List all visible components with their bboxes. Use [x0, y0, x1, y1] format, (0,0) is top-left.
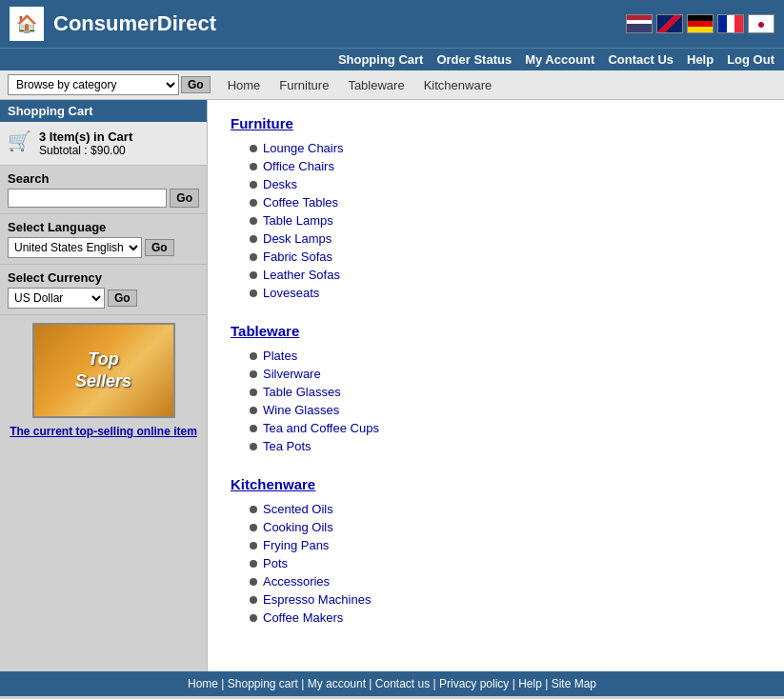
browse-select[interactable]: Browse by categoryFurnitureTablewareKitc…	[8, 74, 179, 95]
header: 🏠 ConsumerDirect ●	[0, 0, 784, 48]
accessories-link[interactable]: Accessories	[263, 574, 330, 589]
list-item: Tea Pots	[250, 439, 761, 453]
bullet-icon	[250, 560, 257, 568]
flag-jp[interactable]: ●	[748, 14, 774, 33]
breadcrumb-links: Home Furniture Tableware Kitchenware	[228, 78, 493, 92]
list-item: Accessories	[250, 574, 761, 589]
currency-section: Select Currency US DollarEuroBritish Pou…	[0, 264, 207, 314]
top-sellers-text: Top Sellers	[75, 349, 131, 393]
frying-pans-link[interactable]: Frying Pans	[263, 538, 329, 552]
search-go-button[interactable]: Go	[170, 189, 199, 208]
sidebar: Shopping Cart 🛒 3 Item(s) in Cart Subtot…	[0, 100, 208, 671]
flag-uk[interactable]	[656, 14, 683, 33]
desks-link[interactable]: Desks	[263, 177, 297, 191]
list-item: Scented Oils	[250, 502, 761, 516]
contact-us-link[interactable]: Contact Us	[608, 52, 673, 67]
footer-shopping-cart-link[interactable]: Shopping cart	[228, 677, 298, 690]
navbar: Shopping Cart Order Status My Account Co…	[0, 48, 784, 70]
list-item: Coffee Makers	[250, 610, 761, 625]
tea-coffee-cups-link[interactable]: Tea and Coffee Cups	[263, 421, 379, 435]
order-status-link[interactable]: Order Status	[436, 52, 512, 67]
cooking-oils-link[interactable]: Cooking Oils	[263, 520, 333, 534]
language-go-button[interactable]: Go	[145, 239, 174, 256]
coffee-tables-link[interactable]: Coffee Tables	[263, 195, 338, 210]
kitchenware-title[interactable]: Kitchenware	[231, 476, 761, 492]
cart-info: 3 Item(s) in Cart Subtotal : $90.00	[39, 130, 132, 157]
search-section: Search Go	[0, 166, 207, 213]
shopping-cart-link[interactable]: Shopping Cart	[338, 52, 424, 67]
tableware-title[interactable]: Tableware	[231, 323, 761, 339]
logo-icon: 🏠	[10, 7, 44, 41]
list-item: Cooking Oils	[250, 520, 761, 534]
lounge-chairs-link[interactable]: Lounge Chairs	[263, 141, 344, 155]
top-sellers-image[interactable]: Top Sellers	[32, 323, 175, 418]
list-item: Espresso Machines	[250, 592, 761, 607]
help-link[interactable]: Help	[687, 52, 714, 67]
search-label: Search	[8, 171, 199, 186]
breadcrumb-home[interactable]: Home	[228, 78, 261, 92]
table-lamps-link[interactable]: Table Lamps	[263, 213, 333, 228]
bullet-icon	[250, 199, 257, 207]
my-account-link[interactable]: My Account	[525, 52, 594, 67]
bullet-icon	[250, 217, 257, 225]
list-item: Table Lamps	[250, 213, 761, 228]
banner-area: Top Sellers The current top-selling onli…	[0, 314, 207, 446]
flag-de[interactable]	[687, 14, 714, 33]
top-sellers-link[interactable]: The current top-selling online item	[10, 425, 197, 438]
bullet-icon	[250, 389, 257, 396]
tableware-section: Tableware Plates Silverware Table Glasse…	[231, 323, 761, 453]
bullet-icon	[250, 542, 257, 549]
footer-contact-us-link[interactable]: Contact us	[375, 677, 430, 690]
log-out-link[interactable]: Log Out	[727, 52, 774, 67]
currency-select[interactable]: US DollarEuroBritish PoundJapanese Yen	[8, 288, 105, 309]
cart-items-count: 3 Item(s) in Cart	[39, 130, 132, 144]
plates-link[interactable]: Plates	[263, 349, 297, 363]
bullet-icon	[250, 524, 257, 531]
cart-subtotal: Subtotal : $90.00	[39, 144, 132, 157]
list-item: Tea and Coffee Cups	[250, 421, 761, 435]
currency-row: US DollarEuroBritish PoundJapanese Yen G…	[8, 288, 199, 309]
leather-sofas-link[interactable]: Leather Sofas	[263, 268, 340, 282]
espresso-machines-link[interactable]: Espresso Machines	[263, 592, 371, 607]
list-item: Loveseats	[250, 286, 761, 300]
bullet-icon	[250, 425, 257, 432]
coffee-makers-link[interactable]: Coffee Makers	[263, 610, 343, 625]
breadcrumb-tableware[interactable]: Tableware	[348, 78, 404, 92]
flag-us[interactable]	[626, 14, 653, 33]
kitchenware-list: Scented Oils Cooking Oils Frying Pans Po…	[250, 502, 761, 625]
furniture-title[interactable]: Furniture	[231, 115, 761, 131]
wine-glasses-link[interactable]: Wine Glasses	[263, 403, 339, 417]
bullet-icon	[250, 578, 257, 586]
scented-oils-link[interactable]: Scented Oils	[263, 502, 333, 516]
currency-go-button[interactable]: Go	[108, 290, 137, 307]
desk-lamps-link[interactable]: Desk Lamps	[263, 231, 332, 246]
bullet-icon	[250, 352, 257, 360]
office-chairs-link[interactable]: Office Chairs	[263, 159, 334, 173]
breadcrumb-kitchenware[interactable]: Kitchenware	[424, 78, 493, 92]
bullet-icon	[250, 235, 257, 243]
footer-my-account-link[interactable]: My account	[308, 677, 366, 690]
language-label: Select Language	[8, 220, 199, 234]
tableware-list: Plates Silverware Table Glasses Wine Gla…	[250, 349, 761, 453]
bullet-icon	[250, 253, 257, 261]
breadcrumb-furniture[interactable]: Furniture	[279, 78, 329, 92]
list-item: Desk Lamps	[250, 231, 761, 246]
footer-privacy-policy-link[interactable]: Privacy policy	[439, 677, 509, 690]
cart-icon: 🛒	[8, 130, 31, 152]
footer-help-link[interactable]: Help	[518, 677, 542, 690]
browse-go-button[interactable]: Go	[181, 76, 211, 93]
footer-home-link[interactable]: Home	[188, 677, 218, 690]
search-input[interactable]	[8, 189, 167, 208]
fabric-sofas-link[interactable]: Fabric Sofas	[263, 250, 332, 264]
pots-link[interactable]: Pots	[263, 556, 288, 570]
loveseats-link[interactable]: Loveseats	[263, 286, 319, 300]
language-select[interactable]: United States EnglishFrenchGermanSpanish…	[8, 237, 142, 258]
flag-icons: ●	[626, 14, 774, 33]
tea-pots-link[interactable]: Tea Pots	[263, 439, 312, 453]
language-row: United States EnglishFrenchGermanSpanish…	[8, 237, 199, 258]
flag-fr[interactable]	[717, 14, 744, 33]
footer-site-map-link[interactable]: Site Map	[552, 677, 596, 690]
bullet-icon	[250, 506, 257, 513]
silverware-link[interactable]: Silverware	[263, 367, 321, 381]
table-glasses-link[interactable]: Table Glasses	[263, 385, 341, 399]
